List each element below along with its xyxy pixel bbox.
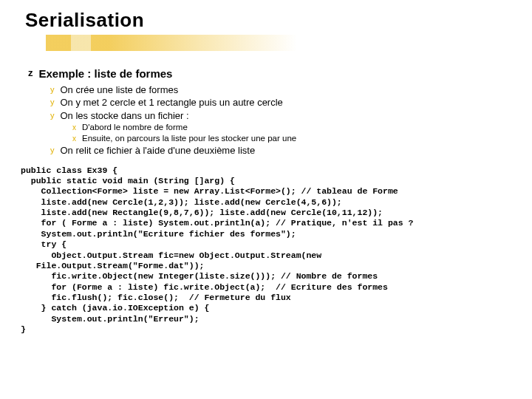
- slide-title: Serialisation: [25, 9, 511, 32]
- lvl2-text: On y met 2 cercle et 1 rectangle puis un…: [61, 97, 283, 108]
- arrow-bullet-icon: y: [50, 84, 55, 95]
- accent-stripe: [46, 35, 297, 51]
- lvl2-text: On crée une liste de formes: [61, 84, 179, 95]
- lvl1-text: Exemple : liste de formes: [39, 67, 173, 80]
- arrow-bullet-icon: y: [50, 110, 55, 121]
- bullet-level2: y On crée une liste de formes: [50, 84, 511, 95]
- square-small-bullet-icon: x: [72, 134, 76, 144]
- lvl3-text: D'abord le nombre de forme: [82, 123, 188, 132]
- arrow-bullet-icon: y: [50, 97, 55, 108]
- bullet-level1: z Exemple : liste de formes: [28, 67, 511, 80]
- bullet-level2: y On les stocke dans un fichier :: [50, 110, 511, 121]
- bullet-level2: y On y met 2 cercle et 1 rectangle puis …: [50, 97, 511, 108]
- bullet-level2: y On relit ce fichier à l'aide d'une deu…: [50, 145, 511, 156]
- lvl3-text: Ensuite, on parcours la liste pour les s…: [82, 134, 296, 143]
- lvl2-text: On les stocke dans un fichier :: [61, 110, 189, 121]
- arrow-bullet-icon: y: [50, 145, 55, 156]
- slide: Serialisation z Exemple : liste de forme…: [0, 0, 532, 344]
- code-block: public class Ex39 { public static void m…: [21, 166, 511, 335]
- lvl2-text: On relit ce fichier à l'aide d'une deuxi…: [61, 145, 256, 156]
- square-small-bullet-icon: x: [72, 123, 76, 133]
- bullet-level3: x D'abord le nombre de forme: [72, 123, 511, 133]
- square-bullet-icon: z: [28, 67, 33, 80]
- bullet-level3: x Ensuite, on parcours la liste pour les…: [72, 134, 511, 144]
